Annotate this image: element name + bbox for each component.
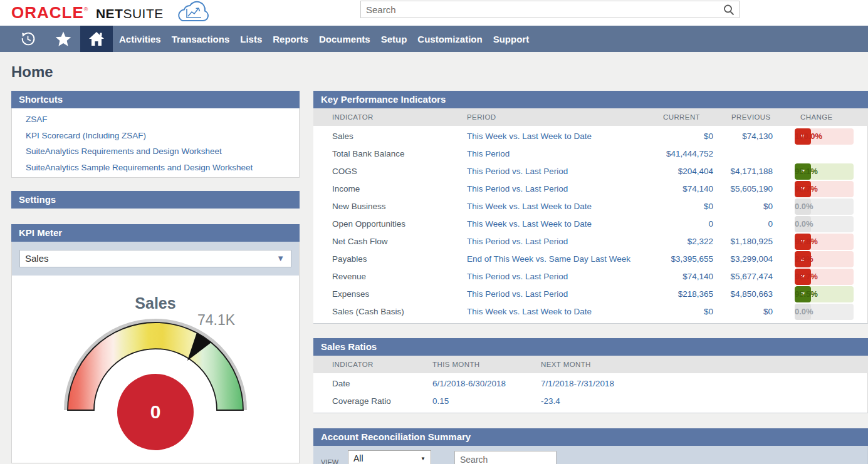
kpi-indicator: Expenses xyxy=(332,286,369,303)
netsuite-wordmark-light: SUITE xyxy=(123,6,163,21)
shortcuts-star-icon[interactable] xyxy=(49,26,78,52)
kpi-meter-portlet: KPI Meter Sales ▼ Sales 74.1K xyxy=(11,224,300,463)
shortcut-link[interactable]: ZSAF xyxy=(26,111,299,128)
kpi-row: COGS This Period vs. Last Period $204,40… xyxy=(313,163,867,180)
kpi-row: Income This Period vs. Last Period $74,1… xyxy=(313,180,867,198)
change-badge[interactable]: ▼ 98.7% xyxy=(795,181,854,197)
shortcuts-portlet-header[interactable]: Shortcuts xyxy=(11,91,300,108)
account-reconciliation-header[interactable]: Account Reconciliation Summary xyxy=(313,428,868,446)
change-badge[interactable]: 0.0% xyxy=(795,216,854,232)
kpi-previous-value: $3,299,004 xyxy=(647,250,773,268)
change-badge[interactable]: ▼ 100.0% xyxy=(795,128,854,145)
col-change: CHANGE xyxy=(800,108,833,126)
change-percent: 2.9% xyxy=(795,251,818,267)
change-percent: 98.7% xyxy=(795,181,823,197)
nav-menu-item[interactable]: Documents xyxy=(314,34,375,44)
kpi-meter-toolbar: Sales ▼ xyxy=(12,242,299,276)
kpi-column-header: INDICATOR PERIOD CURRENT PREVIOUS CHANGE xyxy=(313,108,868,126)
kpi-meter-portlet-header[interactable]: KPI Meter xyxy=(11,224,300,242)
kpi-meter-select-value: Sales xyxy=(25,253,49,264)
view-select-value: All xyxy=(353,453,363,463)
shortcut-link[interactable]: SuiteAnalytics Requirements and Design W… xyxy=(26,143,299,160)
change-badge[interactable]: ▼ 95.5% xyxy=(795,286,854,302)
col-previous: PREVIOUS xyxy=(731,108,771,126)
kpi-meter-select[interactable]: Sales ▼ xyxy=(19,250,291,267)
kpi-previous-value: $4,171,188 xyxy=(647,163,773,180)
kpi-indicator: Revenue xyxy=(332,268,366,286)
col-this-month: THIS MONTH xyxy=(432,356,480,373)
kpi-indicator: Sales xyxy=(332,128,353,145)
kpi-portlet-header[interactable]: Key Performance Indicators xyxy=(313,91,868,108)
shortcut-link[interactable]: SuiteAnalytics Sample Requirements and D… xyxy=(26,160,299,176)
nav-menu-item[interactable]: Customization xyxy=(412,34,487,44)
shortcuts-list: ZSAF KPI Scorecard (Including ZSAF) Suit… xyxy=(11,108,300,178)
sales-ratios-portlet: Sales Ratios INDICATOR THIS MONTH NEXT M… xyxy=(313,338,868,413)
ratio-next-month: 7/1/2018-7/31/2018 xyxy=(541,375,614,393)
select-arrow-icon: ▼ xyxy=(421,451,426,464)
nav-menu-item[interactable]: Reports xyxy=(268,34,313,44)
kpi-period-link[interactable]: This Period vs. Last Period xyxy=(467,233,568,250)
col-current: CURRENT xyxy=(663,108,700,126)
kpi-indicator: Open Opportunities xyxy=(332,215,405,233)
kpi-period-link[interactable]: This Period vs. Last Period xyxy=(467,180,568,198)
kpi-indicator: New Business xyxy=(332,198,386,215)
kpi-indicator: Net Cash Flow xyxy=(332,233,388,250)
ratio-next-month: -23.4 xyxy=(541,393,560,410)
kpi-previous-value: $5,605,190 xyxy=(647,180,773,198)
change-badge[interactable]: 0.0% xyxy=(795,304,854,320)
search-icon[interactable] xyxy=(722,3,736,19)
global-search xyxy=(360,1,740,18)
change-badge[interactable]: ▼ 99.8% xyxy=(795,234,854,250)
kpi-period-link[interactable]: This Week vs. Last Week to Date xyxy=(467,303,592,321)
kpi-previous-value: $0 xyxy=(647,303,773,321)
kpi-previous-value: $4,850,663 xyxy=(647,286,773,303)
home-tab[interactable] xyxy=(80,26,113,52)
kpi-row: New Business This Week vs. Last Week to … xyxy=(313,198,867,215)
sales-ratios-header[interactable]: Sales Ratios xyxy=(313,338,868,356)
kpi-indicator: Income xyxy=(332,180,360,198)
col-period: PERIOD xyxy=(467,108,496,126)
ratio-indicator: Coverage Ratio xyxy=(332,393,391,410)
change-badge[interactable]: ▼ 98.7% xyxy=(795,269,854,285)
kpi-period-link[interactable]: This Period vs. Last Period xyxy=(467,268,568,286)
recent-records-icon[interactable] xyxy=(10,26,45,52)
settings-portlet-header[interactable]: Settings xyxy=(11,191,300,209)
kpi-period-link[interactable]: This Period vs. Last Period xyxy=(467,286,568,303)
change-badge[interactable]: ▼ 95.1% xyxy=(795,163,854,180)
account-reconciliation-portlet: Account Reconciliation Summary VIEW All … xyxy=(313,428,868,464)
nav-menu-item[interactable]: Support xyxy=(488,34,535,44)
change-percent: 95.1% xyxy=(795,163,823,180)
kpi-period-link[interactable]: This Period xyxy=(467,145,510,163)
change-percent: 99.8% xyxy=(795,234,823,250)
shortcut-link[interactable]: KPI Scorecard (Including ZSAF) xyxy=(26,128,299,144)
kpi-period-link[interactable]: This Week vs. Last Week to Date xyxy=(467,128,592,145)
kpi-meter-gauge-area: Sales 74.1K xyxy=(12,276,299,463)
settings-portlet: Settings xyxy=(11,191,300,209)
nav-menu-item[interactable]: Transactions xyxy=(167,34,235,44)
shortcuts-portlet: Shortcuts ZSAF KPI Scorecard (Including … xyxy=(11,91,300,178)
change-percent: 98.7% xyxy=(795,269,823,285)
change-percent: 95.5% xyxy=(795,286,823,302)
kpi-indicator: Sales (Cash Basis) xyxy=(332,303,404,321)
kpi-period-link[interactable]: This Week vs. Last Week to Date xyxy=(467,198,592,215)
kpi-period-link[interactable]: This Week vs. Last Week to Date xyxy=(467,215,592,233)
cloud-chart-icon[interactable] xyxy=(173,0,213,26)
global-search-input[interactable] xyxy=(361,1,739,18)
page-title: Home xyxy=(11,63,53,81)
nav-menu-item[interactable]: Setup xyxy=(376,34,412,44)
sales-ratio-row: Date 6/1/2018-6/30/2018 7/1/2018-7/31/20… xyxy=(313,375,867,393)
oracle-wordmark: ORACLE xyxy=(11,3,84,22)
gauge-chart: 0 xyxy=(12,276,299,463)
change-badge[interactable]: ▲ 2.9% xyxy=(795,251,854,267)
reconciliation-search xyxy=(454,451,557,464)
ratio-this-month: 0.15 xyxy=(432,393,449,410)
col-indicator: INDICATOR xyxy=(332,108,374,126)
kpi-rows: Sales This Week vs. Last Week to Date $0… xyxy=(313,126,868,324)
change-badge[interactable]: 0.0% xyxy=(795,198,854,215)
nav-menu-item[interactable]: Activities xyxy=(114,34,166,44)
view-select[interactable]: All ▼ xyxy=(348,450,431,464)
kpi-row: Sales (Cash Basis) This Week vs. Last We… xyxy=(313,303,867,321)
reconciliation-search-input[interactable] xyxy=(455,451,556,464)
nav-menu-item[interactable]: Lists xyxy=(235,34,267,44)
kpi-period-link[interactable]: This Period vs. Last Period xyxy=(467,163,568,180)
